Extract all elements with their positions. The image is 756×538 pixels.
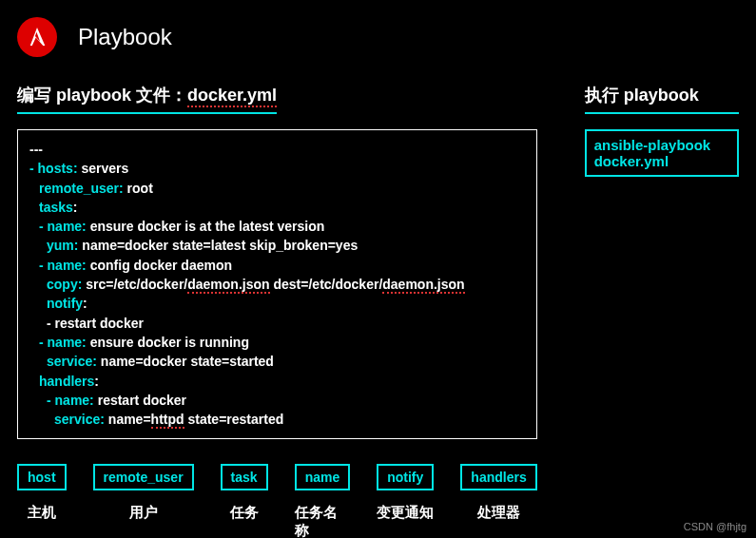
legend-item-host: host 主机 [17, 464, 67, 538]
code-line: - name: config docker daemon [29, 256, 525, 275]
legend-tag: host [17, 464, 67, 490]
code-block: --- - hosts: servers remote_user: root t… [17, 129, 537, 439]
legend-item-name: name 任务名称 [295, 464, 351, 538]
left-section-title: 编写 playbook 文件：docker.yml [17, 84, 277, 114]
legend-tag: remote_user [93, 464, 194, 490]
legend-label: 任务名称 [295, 504, 351, 538]
code-line: - hosts: servers [29, 159, 525, 178]
watermark: CSDN @fhjtg [684, 521, 746, 532]
content-columns: 编写 playbook 文件：docker.yml --- - hosts: s… [17, 84, 739, 538]
legend-item-remote-user: remote_user 用户 [93, 464, 194, 538]
code-line: - name: restart docker [29, 391, 525, 410]
code-line: yum: name=docker state=latest skip_broke… [29, 236, 525, 255]
code-line: notify: [29, 294, 525, 313]
legend-item-notify: notify 变更通知 [377, 464, 434, 538]
legend-label: 任务 [230, 504, 259, 522]
page-title: Playbook [78, 24, 172, 50]
title-filename: docker.yml [187, 86, 277, 107]
ansible-logo [17, 17, 57, 57]
code-line: service: name=httpd state=restarted [29, 410, 525, 429]
legend-item-handlers: handlers 处理器 [460, 464, 536, 538]
header: Playbook [17, 17, 739, 57]
legend-label: 用户 [129, 504, 158, 522]
legend-tag: notify [377, 464, 434, 490]
legend-label: 变更通知 [377, 504, 434, 522]
legend-tag: handlers [460, 464, 536, 490]
right-column: 执行 playbook ansible-playbook docker.yml [585, 84, 739, 538]
right-section-title: 执行 playbook [585, 84, 739, 114]
ansible-a-icon [25, 25, 49, 49]
code-line: tasks: [29, 198, 525, 217]
legend-label: 处理器 [477, 504, 520, 522]
legend-tag: task [221, 464, 268, 490]
code-line: - restart docker [29, 314, 525, 333]
command-box: ansible-playbook docker.yml [585, 129, 739, 177]
code-line: service: name=docker state=started [29, 352, 525, 371]
code-line: handlers: [29, 372, 525, 391]
code-line: remote_user: root [29, 179, 525, 198]
legend-item-task: task 任务 [221, 464, 268, 538]
code-line: --- [29, 140, 525, 159]
legend-tag: name [295, 464, 351, 490]
code-line: copy: src=/etc/docker/daemon.json dest=/… [29, 275, 525, 294]
legend-label: 主机 [28, 504, 56, 522]
code-line: - name: ensure docker is running [29, 333, 525, 352]
title-prefix: 编写 playbook 文件： [17, 86, 187, 105]
left-column: 编写 playbook 文件：docker.yml --- - hosts: s… [17, 84, 537, 538]
code-line: - name: ensure docker is at the latest v… [29, 217, 525, 236]
legend-row: host 主机 remote_user 用户 task 任务 name 任务名称… [17, 464, 537, 538]
